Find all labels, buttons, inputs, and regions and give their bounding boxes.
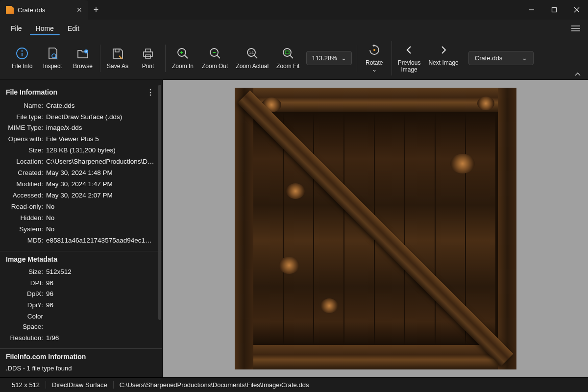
info-key: DPI: — [6, 278, 46, 289]
maximize-button[interactable] — [543, 0, 565, 20]
info-key: Resolution: — [6, 333, 46, 343]
svg-marker-31 — [372, 44, 374, 47]
svg-rect-30 — [285, 51, 289, 54]
zoom-actual-button[interactable]: 1:1 Zoom Actual — [235, 45, 270, 72]
svg-point-32 — [373, 49, 375, 51]
rotate-button[interactable]: Rotate⌄ — [362, 41, 387, 75]
browse-button[interactable]: + Browse — [71, 45, 95, 72]
file-icon — [6, 6, 14, 14]
info-value: No — [46, 213, 162, 223]
info-key: DpiY: — [6, 300, 46, 311]
info-key: File type: — [6, 112, 46, 122]
close-tab-icon[interactable]: ✕ — [76, 6, 82, 14]
file-select-dropdown[interactable]: Crate.dds ⌄ — [468, 51, 534, 65]
hamburger-icon[interactable] — [568, 22, 583, 35]
svg-line-29 — [290, 55, 293, 58]
chevron-down-icon: ⌄ — [522, 54, 527, 62]
info-key: MD5: — [6, 236, 46, 246]
svg-rect-16 — [146, 49, 150, 52]
menu-edit[interactable]: Edit — [62, 22, 85, 35]
menu-home[interactable]: Home — [30, 22, 60, 35]
zoom-fit-icon — [281, 47, 295, 60]
image-metadata-header: Image Metadata — [6, 255, 162, 263]
info-key: System: — [6, 224, 46, 235]
info-row: DpiX:96 — [6, 289, 162, 299]
info-row: DpiY:96 — [6, 300, 162, 311]
menu-file[interactable]: File — [5, 22, 28, 35]
minimize-button[interactable] — [520, 0, 543, 20]
image-viewer[interactable] — [163, 80, 588, 377]
info-value: No — [46, 202, 162, 212]
scrollbar[interactable] — [158, 85, 161, 320]
status-dimensions: 512 x 512 — [6, 381, 46, 389]
fileinfo-com-header: FileInfo.com Information — [6, 353, 162, 361]
info-value: 96 — [46, 289, 162, 299]
zoom-out-button[interactable]: Zoom Out — [201, 45, 229, 72]
status-format: DirectDraw Surface — [46, 381, 114, 389]
info-row: MD5:e85811a46a121743575aad94ec17c082 — [6, 236, 162, 246]
svg-rect-15 — [144, 52, 152, 56]
zoom-in-icon — [176, 47, 190, 60]
svg-rect-1 — [552, 8, 557, 12]
info-value: DirectDraw Surface Image — [46, 375, 162, 377]
info-value: 1/96 — [46, 333, 162, 343]
file-info-button[interactable]: File Info — [10, 45, 34, 72]
status-path: C:\Users\SharpenedProductions\Documents\… — [114, 381, 315, 389]
info-value: 96 — [46, 300, 162, 311]
info-row: DPI:96 — [6, 278, 162, 289]
info-row: Read-only:No — [6, 202, 162, 212]
previous-image-button[interactable]: Previous Image — [397, 41, 422, 75]
statusbar: 512 x 512 DirectDraw Surface C:\Users\Sh… — [0, 377, 588, 392]
info-value: May 30, 2024 1:48 PM — [46, 168, 162, 178]
info-value: File Viewer Plus 5 — [46, 134, 162, 145]
info-row: Resolution:1/96 — [6, 333, 162, 343]
sidebar: File Information ⋮ Name:Crate.ddsFile ty… — [0, 80, 163, 377]
save-icon — [111, 47, 124, 60]
print-button[interactable]: Print — [136, 45, 160, 72]
info-value — [46, 312, 162, 332]
tab-title: Crate.dds — [18, 6, 73, 14]
info-key: Name: — [6, 101, 46, 111]
info-value: C:\Users\SharpenedProductions\Docu... — [46, 157, 162, 167]
menubar: File Home Edit — [0, 20, 588, 37]
zoom-in-button[interactable]: Zoom In — [171, 45, 195, 72]
more-menu-icon[interactable]: ⋮ — [147, 88, 153, 97]
inspect-icon — [46, 47, 59, 60]
info-key: Color Space: — [6, 312, 46, 332]
new-tab-button[interactable]: + — [88, 5, 104, 15]
info-value: DirectDraw Surface (.dds) — [46, 112, 162, 122]
info-row: Location:C:\Users\SharpenedProductions\D… — [6, 157, 162, 167]
info-key: Read-only: — [6, 202, 46, 212]
info-value: image/x-dds — [46, 123, 162, 133]
close-window-button[interactable] — [565, 0, 588, 20]
info-value: No — [46, 224, 162, 235]
save-as-button[interactable]: Save As — [105, 45, 130, 72]
inspect-button[interactable]: Inspect — [40, 45, 65, 72]
info-value: May 30, 2024 1:47 PM — [46, 179, 162, 190]
svg-line-23 — [217, 55, 220, 58]
svg-line-19 — [185, 55, 188, 58]
info-key: Accessed: — [6, 191, 46, 201]
chevron-left-icon — [402, 43, 416, 57]
svg-point-28 — [283, 49, 291, 56]
svg-text:+: + — [85, 50, 87, 53]
svg-text:1:1: 1:1 — [249, 51, 254, 54]
svg-point-8 — [22, 50, 23, 51]
info-row: Accessed:May 30, 2024 2:07 PM — [6, 191, 162, 201]
info-row: System:No — [6, 224, 162, 235]
printer-icon — [141, 47, 155, 60]
info-value: May 30, 2024 2:07 PM — [46, 191, 162, 201]
next-image-button[interactable]: Next Image — [427, 41, 459, 75]
svg-point-10 — [52, 54, 56, 58]
info-row: Size:512x512 — [6, 267, 162, 277]
info-value: e85811a46a121743575aad94ec17c082 — [46, 236, 162, 246]
zoom-level-select[interactable]: 113.28% ⌄ — [306, 51, 351, 65]
zoom-fit-button[interactable]: Zoom Fit — [275, 45, 300, 72]
info-key: Created: — [6, 168, 46, 178]
info-value: 128 KB (131,200 bytes) — [46, 146, 162, 156]
tab-active[interactable]: Crate.dds ✕ — [0, 0, 88, 20]
info-row: Hidden:No — [6, 213, 162, 223]
content: File Information ⋮ Name:Crate.ddsFile ty… — [0, 80, 588, 377]
collapse-ribbon-icon[interactable] — [574, 72, 581, 76]
zoom-out-icon — [208, 47, 222, 60]
